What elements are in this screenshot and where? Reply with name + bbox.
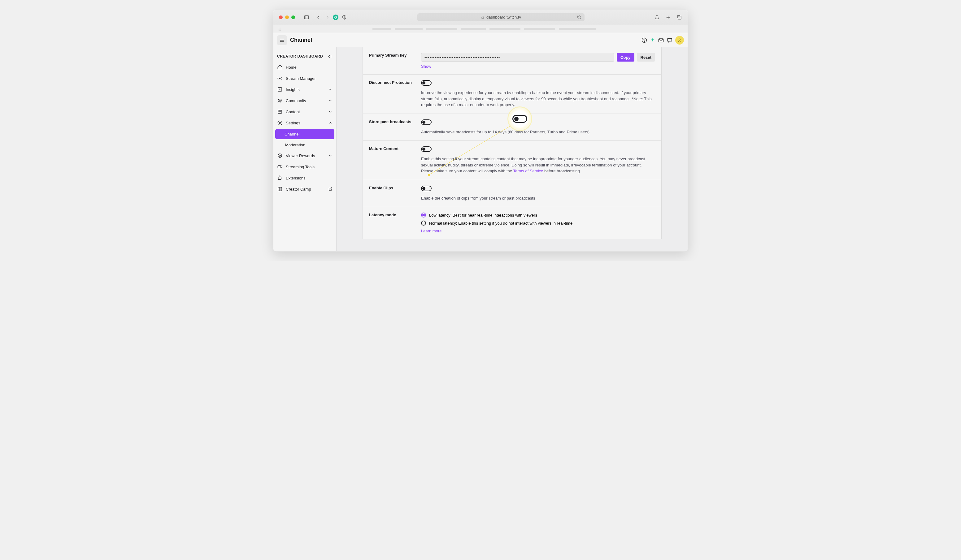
nav-label: Stream Manager [286, 76, 316, 81]
svg-rect-32 [279, 111, 281, 112]
copy-button[interactable]: Copy [617, 53, 634, 62]
stream-key-input[interactable]: ••••••••••••••••••••••••••••••••••••••••… [421, 53, 614, 62]
svg-point-11 [279, 29, 280, 29]
sparkle-icon[interactable] [650, 37, 656, 43]
radio-label: Normal latency: Enable this setting if y… [429, 221, 572, 226]
svg-rect-0 [304, 16, 309, 19]
bookmark-item[interactable] [559, 28, 596, 30]
bookmark-item[interactable] [490, 28, 521, 30]
bookmark-item[interactable] [524, 28, 555, 30]
svg-point-22 [679, 39, 680, 40]
sidebar-item-home[interactable]: Home [273, 62, 336, 73]
setting-label: Primary Stream key [369, 53, 421, 69]
bookmark-item[interactable] [395, 28, 423, 30]
setting-label: Mature Content [369, 146, 421, 174]
inbox-icon[interactable] [658, 37, 664, 43]
store-broadcasts-toggle[interactable] [421, 119, 432, 125]
sidebar-item-community[interactable]: Community [273, 95, 336, 106]
lock-icon [481, 16, 485, 19]
svg-point-7 [278, 27, 279, 28]
back-button[interactable] [315, 14, 321, 20]
sidebar-item-stream-manager[interactable]: Stream Manager [273, 73, 336, 84]
reset-button[interactable]: Reset [637, 53, 655, 62]
broadcast-icon [277, 75, 283, 81]
svg-point-30 [281, 99, 281, 101]
setting-enable-clips: Enable Clips Enable the creation of clip… [363, 180, 661, 207]
svg-point-34 [278, 154, 282, 157]
sidebar-item-moderation[interactable]: Moderation [273, 140, 336, 150]
radio-button[interactable] [421, 213, 426, 218]
mature-content-toggle[interactable] [421, 146, 432, 152]
sidebar-item-channel[interactable]: Channel [275, 129, 334, 139]
chevron-down-icon [328, 87, 333, 91]
tabs-overview-icon[interactable] [677, 14, 682, 20]
bookmark-item[interactable] [426, 28, 457, 30]
svg-point-15 [280, 30, 281, 30]
setting-label: Store past broadcasts [369, 119, 421, 135]
reload-button[interactable] [577, 14, 582, 20]
nav-label: Content [286, 109, 300, 114]
share-icon[interactable] [654, 14, 660, 20]
url-bar[interactable]: dashboard.twitch.tv [417, 13, 585, 21]
sidebar-item-content[interactable]: Content [273, 106, 336, 117]
setting-description: Automatically save broadcasts for up to … [421, 129, 655, 135]
book-icon [277, 186, 283, 192]
nav-label: Creator Camp [286, 187, 311, 191]
menu-button[interactable] [277, 35, 287, 45]
nav-label: Moderation [285, 143, 305, 147]
privacy-shield-icon[interactable] [341, 14, 347, 20]
desc-text: before broadcasting [543, 168, 580, 173]
collapse-sidebar-icon[interactable] [327, 53, 333, 59]
radio-button[interactable] [421, 221, 426, 226]
bookmark-item[interactable] [373, 28, 391, 30]
chat-icon[interactable] [667, 37, 673, 43]
setting-store-broadcasts: Store past broadcasts Automatically save… [363, 114, 661, 141]
sidebar-item-viewer-rewards[interactable]: Viewer Rewards [273, 150, 336, 161]
nav-label: Extensions [286, 176, 305, 180]
sidebar-item-extensions[interactable]: Extensions [273, 172, 336, 183]
sidebar-item-streaming-tools[interactable]: Streaming Tools [273, 161, 336, 172]
enable-clips-toggle[interactable] [421, 186, 432, 191]
sidebar-header: CREATOR DASHBOARD [273, 51, 336, 62]
show-key-link[interactable]: Show [421, 64, 431, 69]
minimize-window-button[interactable] [285, 16, 289, 19]
help-icon[interactable] [641, 37, 648, 43]
rewards-icon [277, 153, 283, 159]
svg-point-8 [279, 27, 280, 28]
chevron-down-icon [328, 109, 333, 114]
disconnect-protection-toggle[interactable] [421, 80, 432, 86]
latency-low-option[interactable]: Low latency: Best for near real-time int… [421, 213, 655, 218]
latency-normal-option[interactable]: Normal latency: Enable this setting if y… [421, 221, 655, 226]
sidebar-toggle-icon[interactable] [304, 14, 309, 20]
setting-latency-mode: Latency mode Low latency: Best for near … [363, 207, 661, 239]
sidebar-header-label: CREATOR DASHBOARD [277, 54, 323, 58]
app-topbar: Channel [273, 33, 688, 47]
nav-label: Community [286, 98, 306, 103]
svg-point-13 [278, 30, 279, 30]
svg-point-24 [280, 78, 281, 79]
apps-grid-icon[interactable] [277, 27, 281, 31]
maximize-window-button[interactable] [291, 16, 295, 19]
traffic-lights [279, 16, 295, 19]
avatar[interactable] [675, 36, 684, 45]
setting-mature-content: Mature Content Enable this setting if yo… [363, 141, 661, 180]
learn-more-link[interactable]: Learn more [421, 229, 442, 233]
chevron-up-icon [328, 121, 333, 125]
sidebar-item-settings[interactable]: Settings [273, 117, 336, 128]
forward-button[interactable] [325, 14, 330, 20]
setting-disconnect-protection: Disconnect Protection Improve the viewin… [363, 75, 661, 114]
close-window-button[interactable] [279, 16, 283, 19]
url-text: dashboard.twitch.tv [486, 15, 521, 19]
bookmark-item[interactable] [461, 28, 486, 30]
content-icon [277, 109, 283, 114]
new-tab-icon[interactable] [665, 14, 671, 20]
setting-description: Enable this setting if your stream conta… [421, 156, 655, 174]
sidebar-item-creator-camp[interactable]: Creator Camp [273, 183, 336, 194]
bookmark-bar [273, 25, 688, 33]
setting-label: Disconnect Protection [369, 80, 421, 108]
grammarly-extension-icon[interactable]: G [333, 14, 338, 20]
terms-of-service-link[interactable]: Terms of Service [513, 168, 543, 173]
sidebar-item-insights[interactable]: Insights [273, 84, 336, 95]
chart-icon [277, 87, 283, 92]
svg-point-29 [279, 99, 280, 101]
